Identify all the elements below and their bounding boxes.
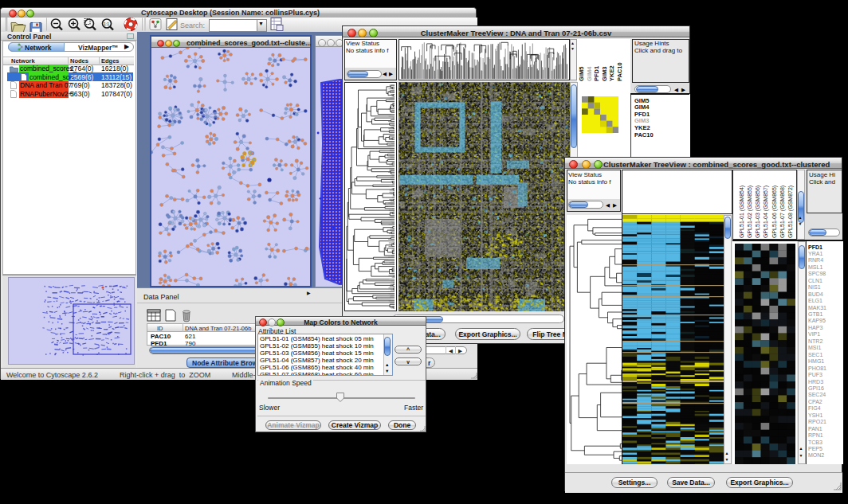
svg-text:GIM3: GIM3 bbox=[601, 67, 608, 81]
svg-text:GPL51-01 (GSM854): GPL51-01 (GSM854) bbox=[739, 186, 745, 238]
svg-text:GIM5: GIM5 bbox=[578, 67, 585, 81]
svg-text:PAC10: PAC10 bbox=[616, 62, 623, 81]
svg-text:YKE2: YKE2 bbox=[608, 65, 615, 81]
svg-text:GPL51-08 (GSM872): GPL51-08 (GSM872) bbox=[787, 186, 794, 238]
svg-text:GPL51-04 (GSM857): GPL51-04 (GSM857) bbox=[763, 186, 769, 238]
svg-text:PFD1: PFD1 bbox=[593, 66, 600, 81]
svg-text:GIM4: GIM4 bbox=[586, 66, 593, 81]
svg-text:GPL51-03 (GSM856): GPL51-03 (GSM856) bbox=[755, 186, 761, 238]
svg-text:GPL51-07 (GSM868): GPL51-07 (GSM868) bbox=[779, 186, 786, 238]
svg-text:GPL51-06 (GSM865): GPL51-06 (GSM865) bbox=[771, 186, 778, 238]
svg-text:GPL51-02 (GSM855): GPL51-02 (GSM855) bbox=[747, 186, 753, 238]
svg-text:1:1: 1:1 bbox=[104, 21, 109, 26]
